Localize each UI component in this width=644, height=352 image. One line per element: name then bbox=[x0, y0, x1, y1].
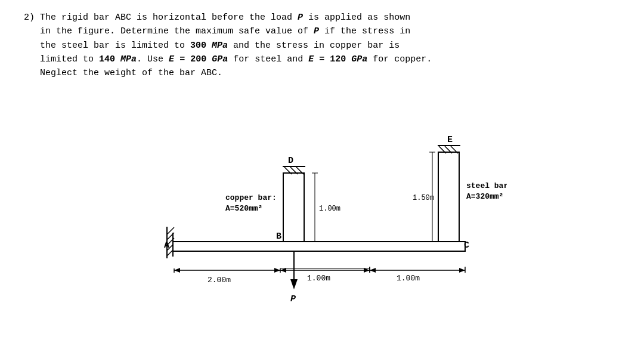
text-content-4: limited to 140 MPa. Use E = 200 GPa for … bbox=[40, 54, 432, 64]
text-indent bbox=[24, 26, 40, 36]
svg-marker-41 bbox=[370, 268, 376, 273]
problem-number: 2) bbox=[24, 13, 40, 23]
text-indent bbox=[24, 68, 40, 78]
label-p: P bbox=[290, 294, 296, 304]
text-indent bbox=[24, 41, 40, 51]
text-line-1: 2) The rigid bar ABC is horizontal befor… bbox=[24, 11, 620, 24]
text-content-3: the steel bar is limited to 300 MPa and … bbox=[40, 41, 400, 51]
label-e: E bbox=[447, 135, 453, 145]
svg-marker-31 bbox=[174, 268, 180, 273]
p-arrow bbox=[290, 279, 298, 289]
dim-ab: 2.00m bbox=[208, 276, 231, 285]
text-line-3: the steel bar is limited to 300 MPa and … bbox=[24, 39, 620, 53]
text-line-4: limited to 140 MPa. Use E = 200 GPa for … bbox=[24, 53, 620, 66]
text-indent bbox=[24, 54, 40, 64]
copper-height-dim: 1.00m bbox=[319, 205, 340, 213]
text-content-2: in the figure. Determine the maximum saf… bbox=[40, 26, 410, 36]
label-b: B bbox=[276, 231, 281, 242]
problem-text: 2) The rigid bar ABC is horizontal befor… bbox=[24, 11, 620, 80]
svg-rect-9 bbox=[283, 173, 304, 242]
label-a: A bbox=[164, 240, 169, 251]
dim-ec: 1.00m bbox=[397, 274, 420, 283]
svg-rect-18 bbox=[438, 152, 459, 242]
label-d: D bbox=[288, 156, 293, 166]
diagram-svg: A B C D copper bar: A=520mm² bbox=[137, 116, 507, 325]
text-line-5: Neglect the weight of the bar ABC. bbox=[24, 66, 620, 80]
text-content-5: Neglect the weight of the bar ABC. bbox=[40, 68, 222, 78]
steel-area-label: A=320mm² bbox=[466, 192, 503, 201]
diagram-container: A B C D copper bar: A=520mm² bbox=[137, 116, 507, 325]
text-line-2: in the figure. Determine the maximum saf… bbox=[24, 24, 620, 38]
svg-rect-8 bbox=[173, 242, 465, 251]
copper-area-label: A=520mm² bbox=[225, 204, 262, 213]
copper-bar-label: copper bar: bbox=[225, 193, 277, 202]
svg-marker-32 bbox=[274, 268, 280, 273]
text-content-1: The rigid bar ABC is horizontal before t… bbox=[40, 13, 410, 23]
steel-height-dim: 1.50m bbox=[413, 194, 434, 202]
label-c: C bbox=[464, 240, 469, 251]
page: 2) The rigid bar ABC is horizontal befor… bbox=[0, 0, 644, 352]
svg-marker-42 bbox=[459, 268, 465, 273]
dim-bd: 1.00m bbox=[307, 274, 330, 283]
steel-bar-label: steel bar: bbox=[466, 181, 507, 190]
